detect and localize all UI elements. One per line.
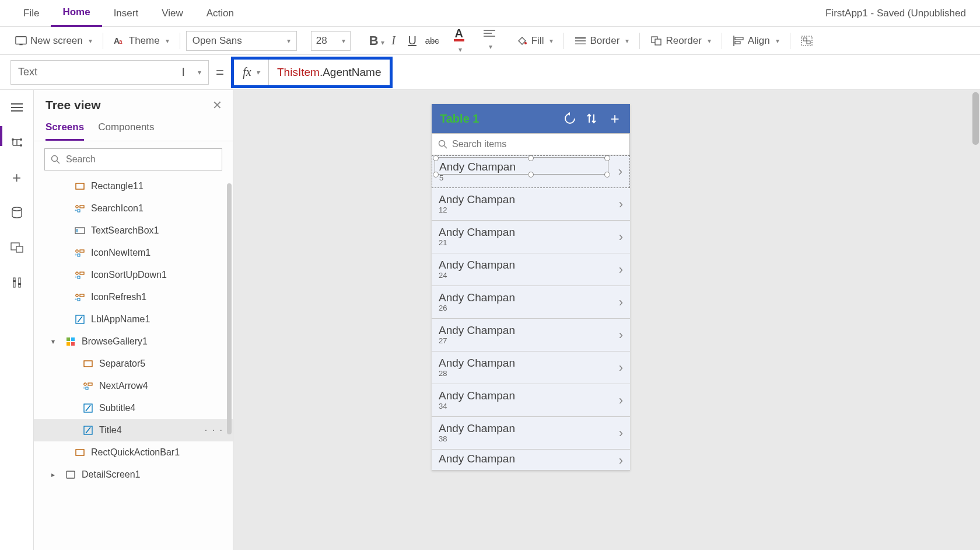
formula-input[interactable]: ThisItem.AgentName (269, 60, 389, 85)
chevron-right-icon[interactable]: › (619, 393, 623, 408)
tree-item-rectangle11[interactable]: Rectangle11 (34, 175, 233, 197)
selection-handle[interactable] (604, 172, 610, 177)
tree-view-icon[interactable] (10, 135, 24, 149)
text-align-button[interactable]: ▾ (481, 28, 498, 53)
tree-item-iconsortupdown1[interactable]: +IconSortUpDown1 (34, 264, 233, 286)
tree-item-iconrefresh1[interactable]: +IconRefresh1 (34, 286, 233, 308)
menu-insert[interactable]: Insert (102, 0, 150, 27)
refresh-icon[interactable] (564, 112, 578, 125)
app-search-input[interactable] (432, 133, 630, 155)
gallery-row[interactable]: Andy Champan34› (432, 384, 630, 417)
gallery-row[interactable]: Andy Champan12› (432, 188, 630, 221)
tree-item-nextarrow4[interactable]: +NextArrow4 (34, 375, 233, 397)
chevron-right-icon[interactable]: ▸ (51, 471, 60, 479)
font-name: Open Sans (192, 35, 242, 47)
row-title: Andy Champan (439, 194, 619, 206)
scrollbar-thumb[interactable] (227, 183, 232, 434)
app-search-field[interactable] (452, 139, 624, 149)
tree-search-field[interactable] (66, 154, 216, 165)
strikethrough-button[interactable]: abc (423, 34, 439, 47)
new-screen-button[interactable]: New screen ▾ (10, 33, 97, 49)
tree-item-rectquickactionbar1[interactable]: RectQuickActionBar1 (34, 441, 233, 464)
gallery: Andy Champan5›Andy Champan12›Andy Champa… (432, 155, 630, 471)
chevron-right-icon[interactable]: › (619, 295, 623, 310)
chevron-right-icon[interactable]: › (619, 426, 623, 441)
gallery-icon (65, 336, 76, 347)
svg-rect-29 (19, 278, 20, 287)
gallery-row[interactable]: Andy Champan38› (432, 417, 630, 450)
chevron-right-icon[interactable]: › (618, 164, 622, 179)
media-icon[interactable] (10, 241, 24, 255)
svg-rect-15 (735, 41, 740, 44)
selection-handle[interactable] (604, 155, 610, 161)
selection-handle[interactable] (528, 172, 534, 177)
gallery-row[interactable]: Andy Champan24› (432, 253, 630, 286)
menu-action[interactable]: Action (195, 0, 246, 27)
selection-handle[interactable] (528, 155, 534, 161)
sort-icon[interactable] (586, 112, 600, 125)
underline-button[interactable]: U (404, 33, 421, 48)
tree-item-title4[interactable]: Title4· · · (34, 419, 233, 441)
more-icon[interactable]: · · · (205, 425, 223, 436)
tree-item-separator5[interactable]: Separator5 (34, 353, 233, 375)
add-icon[interactable]: + (608, 110, 622, 128)
italic-button[interactable]: I (386, 33, 402, 48)
canvas-scrollbar-thumb[interactable] (972, 92, 979, 145)
gallery-row[interactable]: Andy Champan› (432, 450, 630, 471)
tree-search-input[interactable] (44, 148, 222, 170)
gallery-row[interactable]: Andy Champan27› (432, 319, 630, 351)
fill-button[interactable]: Fill ▾ (512, 33, 558, 49)
menu-view[interactable]: View (150, 0, 195, 27)
app-preview-header: Table 1 + (432, 104, 630, 133)
tree-item-detailscreen1[interactable]: ▸DetailScreen1 (34, 464, 233, 486)
chevron-right-icon[interactable]: › (619, 453, 623, 468)
chevron-right-icon[interactable]: › (619, 229, 623, 245)
property-selector[interactable]: Text I ▾ (10, 60, 209, 85)
chevron-right-icon[interactable]: › (619, 262, 623, 277)
canvas[interactable]: Table 1 + Andy Champan5›Andy Champan12›A… (233, 90, 980, 550)
hamburger-icon[interactable] (10, 100, 24, 114)
tree-item-subtitle4[interactable]: Subtitle4 (34, 397, 233, 419)
gallery-row[interactable]: Andy Champan28› (432, 351, 630, 384)
menu-home[interactable]: Home (51, 0, 102, 27)
gallery-row[interactable]: Andy Champan21› (432, 221, 630, 253)
svg-rect-12 (655, 39, 661, 45)
menu-file[interactable]: File (12, 0, 51, 27)
chevron-right-icon[interactable]: › (619, 197, 623, 212)
tab-screens[interactable]: Screens (46, 117, 84, 141)
insert-icon[interactable]: + (10, 170, 24, 185)
tree-item-browsegallery1[interactable]: ▾BrowseGallery1 (34, 330, 233, 353)
font-size-select[interactable]: 28 ▾ (311, 31, 351, 51)
theme-button[interactable]: Aa Theme ▾ (109, 33, 174, 49)
border-button[interactable]: Border ▾ (570, 33, 634, 49)
gallery-row[interactable]: Andy Champan5› (432, 155, 630, 188)
left-rail: + (0, 90, 34, 550)
chevron-down-icon[interactable]: ▾ (51, 337, 60, 346)
tools-icon[interactable] (10, 276, 24, 290)
font-color-button[interactable]: A ▾ (451, 26, 467, 56)
group-button[interactable] (796, 33, 817, 49)
align-icon (733, 35, 744, 47)
tab-components[interactable]: Components (98, 117, 154, 141)
chevron-right-icon[interactable]: › (619, 328, 623, 343)
bold-button[interactable]: B▾ (367, 32, 383, 50)
tree-item-textsearchbox1[interactable]: TextSearchBox1 (34, 220, 233, 242)
selection-handle[interactable] (433, 172, 439, 177)
data-icon[interactable] (10, 206, 24, 220)
selection-handle[interactable] (433, 155, 439, 161)
tree-item-iconnewitem1[interactable]: +IconNewItem1 (34, 242, 233, 264)
tree-item-searchicon1[interactable]: +SearchIcon1 (34, 197, 233, 220)
close-icon[interactable]: ✕ (212, 98, 222, 112)
tree-item-label: Separator5 (99, 358, 145, 369)
align-button[interactable]: Align ▾ (728, 33, 784, 49)
tree-item-label: TextSearchBox1 (91, 225, 159, 236)
tree-item-lblappname1[interactable]: LblAppName1 (34, 308, 233, 330)
font-select[interactable]: Open Sans ▾ (186, 31, 297, 51)
chevron-right-icon[interactable]: › (619, 360, 623, 375)
tree-item-label: Subtitle4 (99, 403, 135, 413)
selection-box (435, 157, 608, 175)
reorder-button[interactable]: Reorder ▾ (646, 33, 715, 49)
fx-button[interactable]: fx ▾ (234, 60, 269, 85)
gallery-row[interactable]: Andy Champan26› (432, 286, 630, 319)
row-title: Andy Champan (439, 390, 619, 402)
